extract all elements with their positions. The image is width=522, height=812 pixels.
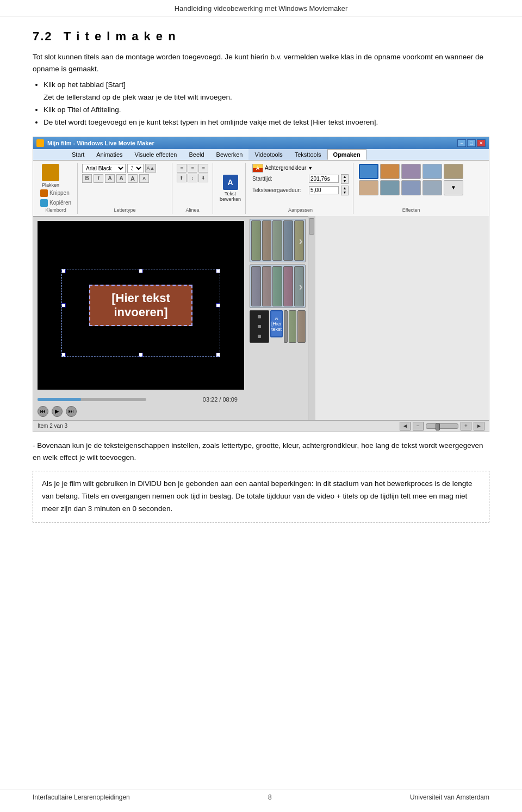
play-button[interactable]: ▶	[52, 406, 63, 417]
handle-bm[interactable]	[139, 353, 143, 357]
zoom-handle[interactable]	[436, 423, 440, 430]
footer-left: Interfacultaire Lerarenopleidingen	[33, 793, 130, 801]
opacity-button[interactable]: A▲	[145, 164, 156, 173]
timecode: 03:22 / 08:09	[203, 396, 238, 403]
align-left[interactable]: ≡	[177, 164, 187, 173]
effect-4[interactable]	[422, 164, 442, 179]
scrollbar-thumb[interactable]	[309, 218, 314, 235]
handle-ml[interactable]	[61, 303, 66, 307]
win-controls[interactable]: − □ ✕	[457, 139, 486, 147]
achtergrondkleur-button[interactable]: A Achtergrondkleur ▼	[252, 164, 313, 173]
text-overlay[interactable]: [Hier tekst invoeren]	[89, 285, 192, 326]
handle-mr[interactable]	[216, 303, 220, 307]
scroll-right[interactable]: ►	[474, 422, 484, 430]
effect-more[interactable]: ▼	[444, 180, 463, 195]
handle-tl[interactable]	[61, 269, 66, 273]
knippen-button[interactable]: Knippen	[39, 189, 73, 198]
starttijd-up[interactable]: ▲	[341, 175, 348, 179]
italic-button[interactable]: I	[94, 174, 103, 183]
align-center[interactable]: ≡	[188, 164, 197, 173]
plakken-icon	[42, 164, 59, 181]
screenshot-container: Mijn film - Windows Live Movie Maker − □…	[33, 137, 489, 432]
scroll-zoom-out[interactable]: −	[413, 422, 424, 430]
font-color-a[interactable]: A	[116, 174, 126, 183]
rewind-button[interactable]: ⏮	[38, 406, 48, 417]
alinea-row-1: ≡ ≡ ≡	[177, 164, 208, 173]
thumb-13	[297, 310, 305, 343]
win-titlebar: Mijn film - Windows Live Movie Maker − □…	[33, 137, 489, 149]
timeline-strip-1: ›	[250, 219, 306, 262]
close-button[interactable]: ✕	[477, 139, 486, 147]
bold-button[interactable]: B	[82, 174, 92, 183]
lettertype-title: Lettertype	[114, 207, 136, 213]
maximize-button[interactable]: □	[467, 139, 476, 147]
effect-8[interactable]	[401, 180, 421, 195]
section-title: 7.2 T i t e l m a k e n	[33, 29, 489, 44]
tekstduur-down[interactable]: ▼	[341, 190, 348, 195]
section-number: 7.2	[33, 29, 53, 43]
tab-beeld[interactable]: Beeld	[183, 149, 210, 160]
effect-2[interactable]	[380, 164, 400, 179]
effect-3[interactable]	[401, 164, 421, 179]
align-bot[interactable]: ⬇	[198, 174, 208, 182]
minimize-button[interactable]: −	[457, 139, 466, 147]
effect-6[interactable]	[359, 180, 378, 195]
zoom-slider[interactable]	[426, 423, 458, 429]
tab-teksttools[interactable]: Teksttools	[289, 149, 327, 160]
effect-9[interactable]	[422, 180, 442, 195]
kopieren-label: Kopiëren	[49, 200, 71, 206]
kopieren-button[interactable]: Kopiëren	[39, 199, 73, 207]
tab-animaties[interactable]: Animaties	[90, 149, 128, 160]
scroll-zoom-in[interactable]: +	[461, 422, 471, 430]
font-family-select[interactable]: Arial Black	[82, 164, 126, 173]
tab-start[interactable]: Start	[66, 149, 90, 160]
handle-tr[interactable]	[216, 269, 220, 273]
font-size-select[interactable]: 36	[127, 164, 144, 173]
scroll-left[interactable]: ◄	[400, 422, 411, 430]
handle-bl[interactable]	[61, 353, 66, 357]
scroll-controls: ◄ − + ►	[400, 422, 484, 430]
tab-bewerken[interactable]: Bewerken	[210, 149, 249, 160]
handle-tm[interactable]	[139, 269, 143, 273]
tab-videotools[interactable]: Videotools	[248, 149, 288, 160]
aanpassen-title: Aanpassen	[252, 207, 349, 213]
underline-button[interactable]: A	[105, 174, 115, 183]
tab-visuele-effecten[interactable]: Visuele effecten	[129, 149, 183, 160]
plakken-button[interactable]: Plakken	[39, 164, 63, 188]
align-right[interactable]: ≡	[198, 164, 208, 173]
handle-br[interactable]	[216, 353, 220, 357]
starttijd-down[interactable]: ▼	[341, 179, 348, 183]
effecten-row-1	[359, 164, 463, 179]
tekstduur-up[interactable]: ▲	[341, 186, 348, 190]
bullet-item-1: Klik op het tabblad [Start]Zet de teller…	[44, 79, 489, 104]
header-title: Handleiding videobewerking met Windows M…	[175, 4, 348, 13]
tekst-bewerken-label: Tekstbewerken	[220, 191, 241, 202]
starttijd-spin[interactable]: ▲ ▼	[341, 174, 349, 184]
tekstduur-input[interactable]	[309, 186, 339, 194]
bullet-item-3: De titel wordt toegevoegd en je kunt tek…	[44, 116, 489, 129]
forward-button[interactable]: ⏭	[66, 406, 77, 417]
klembord-content: Plakken Knippen Kopiëren	[39, 164, 73, 207]
thumb-12	[289, 310, 296, 343]
tekstduur-label: Tekstweergaveduur:	[252, 187, 307, 193]
achtergrondkleur-icon: A	[252, 164, 263, 173]
effect-5[interactable]	[444, 164, 463, 179]
align-top[interactable]: ⬆	[177, 174, 187, 182]
achtergrond-dropdown[interactable]: ▼	[308, 165, 313, 171]
effect-7[interactable]	[380, 180, 400, 195]
thumb-6	[251, 266, 261, 306]
effect-1[interactable]	[359, 164, 378, 179]
align-mid[interactable]: ↕	[188, 174, 197, 182]
editor-scrollbar[interactable]	[308, 216, 315, 420]
font-grow[interactable]: A	[128, 174, 138, 183]
font-shrink[interactable]: A	[139, 174, 149, 183]
bullet-list: Klik op het tabblad [Start]Zet de teller…	[44, 79, 489, 129]
footer-right: Universiteit van Amsterdam	[410, 793, 489, 801]
alinea-content: ≡ ≡ ≡ ⬆ ↕ ⬇	[177, 164, 208, 207]
title-text-block[interactable]: A [Hier tekst	[270, 310, 283, 337]
progress-bar[interactable]	[38, 398, 146, 401]
starttijd-input[interactable]	[309, 175, 339, 183]
tekstduur-spin[interactable]: ▲ ▼	[341, 186, 349, 195]
info-box-text: Als je je film wilt gebruiken in DiViDU …	[42, 479, 472, 513]
tab-opmaken[interactable]: Opmaken	[327, 149, 366, 160]
